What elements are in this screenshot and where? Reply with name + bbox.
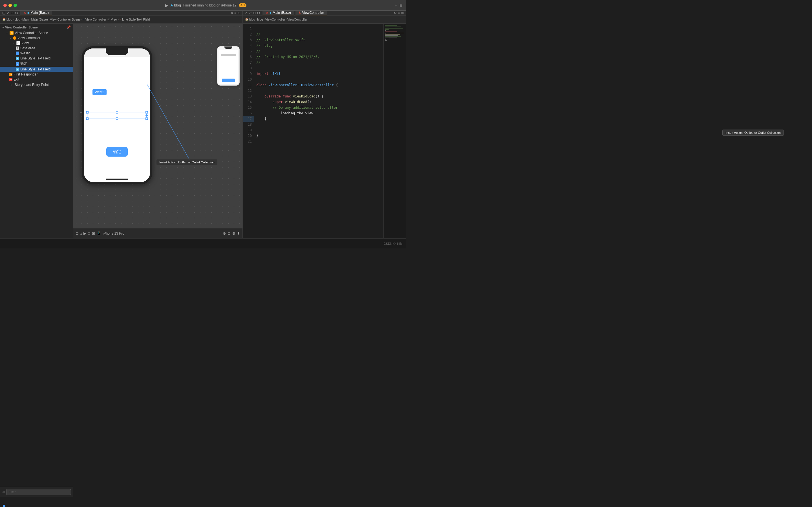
minimap-content [384,24,406,42]
vc-scene-icon: ⊡ [10,31,13,35]
editor-modes[interactable]: ⊡ [11,11,13,15]
bc-blog2[interactable]: blog [14,18,20,21]
bc-sep3: › [30,18,31,21]
minimap-line [385,39,386,39]
storyboard-icon: ■ [28,11,29,14]
bc-main[interactable]: Main [22,18,29,21]
code-refresh-icon[interactable]: ↻ [394,11,397,15]
bc-main-base[interactable]: Main (Base) [31,18,48,21]
handle-bc [116,117,118,120]
toolbar-zoom-out[interactable]: ⊖ [232,231,236,235]
tooltip-insert: Insert Action, Outlet, or Outlet Collect… [156,159,217,165]
toolbar-device-btn[interactable]: 📱 [97,231,101,235]
device-label: iPhone 13 Pro [103,231,124,235]
right-breadcrumb: 🏠 blog › blog › ViewController › ViewCon… [243,15,406,23]
tab-label-vc: ViewController [302,11,324,15]
tab-main-base-left[interactable]: ✕ ■ Main (Base) [20,11,52,15]
minimize-button[interactable] [8,4,12,7]
mini-preview [217,46,240,86]
phone-home-indicator [106,179,128,180]
nav-item-view[interactable]: ▾ □ View [0,41,73,46]
pin-icon[interactable]: 📌 [66,25,71,29]
close-tab-icon-r[interactable]: ✕ [266,11,268,14]
bc-blog1[interactable]: 🏠 blog [2,18,12,21]
bc-sep4: › [49,18,49,21]
code-forward[interactable]: › [259,11,260,15]
toolbar-square-btn[interactable]: □ [88,231,90,235]
toolbar-info-btn[interactable]: ℹ [80,231,82,235]
sidebar-toggle[interactable]: ⊞ [2,11,6,15]
left-tab-area: ⊞ ⤢ ⊡ ‹ › ✕ ■ Main (Base) ↻ ≡ ⊞ [0,11,243,15]
bc-vc[interactable]: ○ View Controller [83,18,106,21]
title-bar-center: ▶ A blog Finished running blog on iPhone… [19,3,393,8]
handle-tl [86,111,89,114]
nav-item-safe-area[interactable]: ⊡ Safe Area [0,46,73,51]
toolbar-fit[interactable]: ⊡ [227,231,231,235]
nav-section-title: View Controller Scene [5,25,38,29]
nav-label-button: 确定 [20,61,27,66]
nav-item-textfield2[interactable]: F Line Style Text Field [0,67,73,72]
nav-item-button[interactable]: B 确定 [0,61,73,67]
bc-line-style[interactable]: F Line Style Text Field [119,18,150,21]
minimap-line [385,34,400,35]
bc-r-blog2[interactable]: blog [257,18,263,21]
nav-item-west2[interactable]: L West2 [0,51,73,56]
toolbar-play-btn[interactable]: ▶ [84,231,86,235]
nav-item-first-responder[interactable]: ⊙ First Responder [0,72,73,77]
textfield2-icon: F [16,68,19,71]
nav-back[interactable]: ‹ [15,11,16,15]
close-button[interactable] [3,4,7,7]
code-split-icon[interactable]: ⊞ [401,11,404,15]
vc-scene-disclosure[interactable]: ▾ [6,32,8,34]
nav-item-vc-scene[interactable]: ▾ ⊡ View Controller Scene [0,31,73,36]
code-modes[interactable]: ⊡ [253,11,256,15]
close-tab-icon[interactable]: ✕ [24,11,26,14]
zoom-fit[interactable]: ⤢ [7,11,10,15]
view-disclosure[interactable]: ▾ [12,42,15,45]
warning-badge[interactable]: ⚠ 1 [239,3,246,7]
nav-label-view: View [21,41,29,45]
split-icon[interactable]: ⊞ [238,11,240,15]
bc-r-vc2[interactable]: ViewController [287,18,307,21]
code-close[interactable]: ✕ [245,11,248,15]
nav-disclosure-main[interactable]: ▾ [2,25,4,29]
code-list-icon[interactable]: ≡ [398,11,400,15]
minimap-line [385,25,397,25]
refresh-icon[interactable]: ↻ [231,11,233,15]
bc-vc-scene[interactable]: View Controller Scene [50,18,81,21]
toolbar-zoom-in[interactable]: ⊕ [223,231,226,235]
list-icon[interactable]: ≡ [234,11,236,15]
code-content[interactable]: // // ViewController.swift // blog // //… [254,24,384,238]
nav-forward[interactable]: › [17,11,18,15]
bc-r-blog1[interactable]: 🏠 blog [245,18,255,21]
vc-disclosure[interactable]: ▾ [9,37,12,40]
minimap-line [385,27,389,28]
phone-textfield-selected[interactable] [87,112,147,119]
main-layout: ▾ View Controller Scene 📌 ▾ ⊡ View Contr… [0,24,406,238]
expand-button[interactable] [13,4,17,7]
nav-item-entry-point[interactable]: → Storyboard Entry Point [0,82,73,88]
toolbar-split-btn[interactable]: ⊞ [92,231,95,235]
bc-sep2: › [21,18,22,21]
play-button[interactable]: ▶ [165,3,168,8]
tab-main-base-right[interactable]: ✕ ■ Main (Base) [262,11,294,15]
code-zoom[interactable]: ⤢ [249,11,252,15]
bc-r-vc1[interactable]: ViewController [265,18,285,21]
layout-button[interactable]: ⊞ [400,3,403,7]
nav-label-vc: View Controller [17,36,40,40]
nav-item-exit[interactable]: ⊗ Exit [0,77,73,82]
tab-viewcontroller[interactable]: S ViewController [296,11,327,15]
phone-west2-label: West2 [93,89,107,95]
title-bar: ▶ A blog Finished running blog on iPhone… [0,0,406,11]
label-icon: L [16,52,19,55]
nav-item-vc[interactable]: ▾ View Controller [0,36,73,41]
code-back[interactable]: ‹ [257,11,258,15]
phone-notch [106,48,128,55]
nav-label-textfield1: Line Style Text Field [20,56,50,60]
bc-view[interactable]: □ View [108,18,117,21]
add-button[interactable]: + [395,3,397,8]
phone-confirm-button[interactable]: 确定 [106,147,128,157]
nav-item-textfield1[interactable]: F Line Style Text Field [0,56,73,61]
toolbar-sidebar-btn[interactable]: ⊡ [75,231,79,235]
toolbar-more[interactable]: ⬇ [237,231,240,235]
